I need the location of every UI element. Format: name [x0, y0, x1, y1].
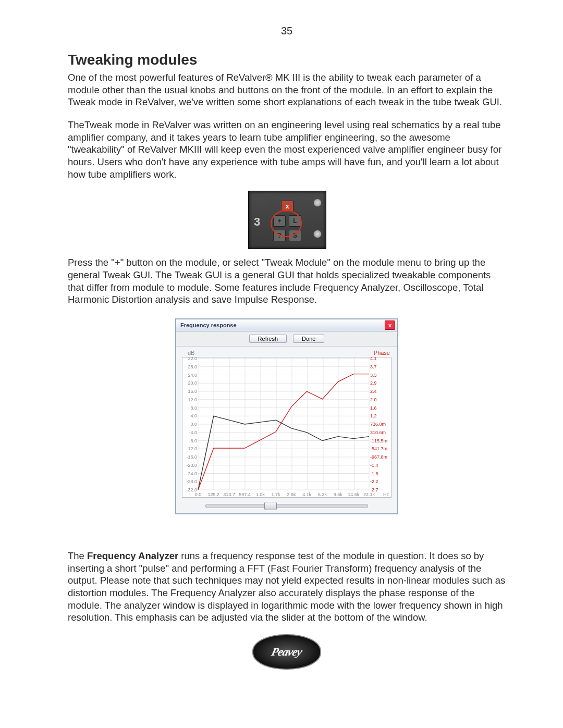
frequency-response-window: Frequency response x Refresh Done dB Pha…: [175, 318, 398, 514]
window-body: dB Phase: [176, 347, 397, 513]
close-module-button[interactable]: x: [281, 201, 293, 212]
refresh-button[interactable]: Refresh: [249, 335, 287, 343]
tweak-panel: 3 x + L ? S: [248, 191, 326, 249]
close-icon[interactable]: x: [385, 320, 395, 330]
frequency-analyzer-term: Frequency Analyzer: [87, 550, 178, 561]
module-number: 3: [254, 215, 260, 229]
frequency-response-chart: 32.028.024.020.016.012.08.04.00.0-4.0-8.…: [182, 357, 391, 498]
screw-icon: [313, 230, 322, 238]
paragraph-intro-1: One of the most powerful features of ReV…: [68, 71, 506, 108]
page-number: 35: [68, 25, 506, 37]
window-titlebar: Frequency response x: [176, 319, 397, 331]
x-ticks: 0.0125.2313.7597.41.0k1.7k2.6k4.1k6.3k9.…: [198, 491, 369, 497]
s-button[interactable]: S: [289, 230, 301, 241]
slider-thumb[interactable]: [264, 502, 277, 510]
window-toolbar: Refresh Done: [176, 331, 397, 347]
done-button[interactable]: Done: [293, 335, 324, 343]
paragraph-tweak-gui: Press the "+" button on the module, or s…: [68, 256, 506, 306]
paragraph-frequency-analyzer: The Frequency Analyzer runs a frequency …: [68, 550, 506, 624]
y-axis-left-label: dB: [188, 350, 194, 356]
logo-text: Peavey: [270, 645, 303, 659]
page-title: Tweaking modules: [68, 52, 506, 68]
y-ticks-right: 4.13.73.32.92.42.01.61.2736.8m310.6m-115…: [369, 357, 390, 490]
tweak-module-thumbnail: 3 x + L ? S: [248, 191, 325, 249]
chart-svg: [182, 357, 391, 497]
frequency-emphasis-slider[interactable]: [205, 504, 368, 508]
help-button[interactable]: ?: [273, 230, 286, 241]
document-page: 35 Tweaking modules One of the most powe…: [0, 0, 563, 728]
window-title: Frequency response: [180, 322, 237, 328]
peavey-logo: Peavey: [252, 634, 321, 670]
x-axis-unit: Hz: [383, 492, 389, 497]
y-axis-right-label: Phase: [374, 350, 390, 356]
y-ticks-left: 32.028.024.020.016.012.08.04.00.0-4.0-8.…: [183, 357, 198, 490]
plus-tweak-button[interactable]: +: [273, 215, 286, 227]
l-button[interactable]: L: [289, 215, 301, 227]
screw-icon: [313, 199, 322, 207]
paragraph-intro-2: TheTweak mode in ReValver was written on…: [68, 119, 506, 180]
db-line: [198, 416, 369, 490]
